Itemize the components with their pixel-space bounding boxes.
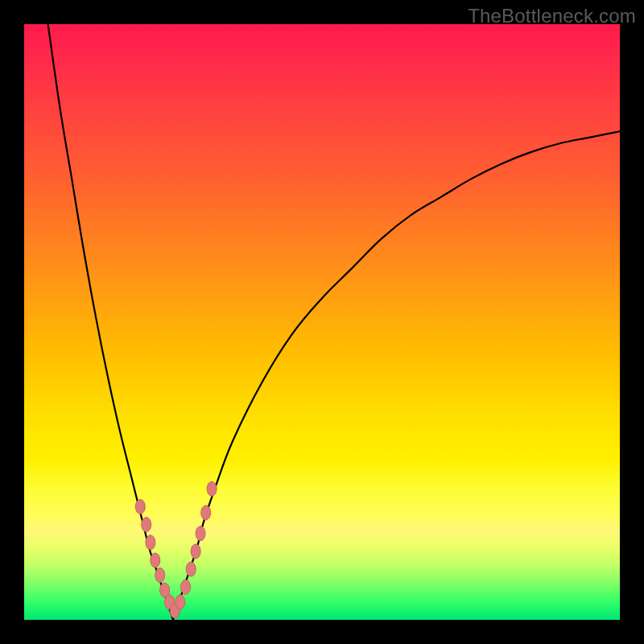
watermark-text: TheBottleneck.com [468, 5, 636, 27]
curve-marker [135, 499, 145, 514]
curve-marker [155, 568, 165, 583]
curve-right-branch [173, 131, 620, 620]
curve-marker [151, 553, 160, 568]
curve-marker [142, 518, 151, 532]
curve-marker [201, 506, 211, 520]
curve-marker [191, 544, 200, 559]
curve-marker [186, 562, 196, 576]
curve-marker [207, 481, 217, 496]
curve-marker [175, 595, 185, 609]
chart-svg [24, 24, 620, 620]
curve-marker [181, 580, 191, 594]
curve-marker [196, 526, 205, 541]
chart-plot-area [24, 24, 620, 620]
curve-marker [146, 535, 155, 550]
curve-left-branch [48, 24, 173, 620]
marker-group [135, 481, 217, 618]
